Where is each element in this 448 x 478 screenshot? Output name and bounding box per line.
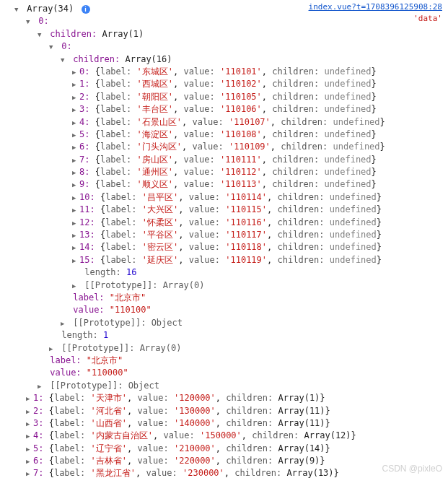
label-key: label: [50,355,81,365]
label-key: label: [105,255,136,265]
children-outer[interactable]: children: Array(1) [6,28,442,40]
chevron-right-icon[interactable] [72,156,79,165]
value-key: value: [146,468,177,478]
chevron-right-icon[interactable] [26,457,33,466]
district-row[interactable]: 8: {label: '通州区', value: '110112', child… [6,166,442,178]
chevron-right-icon[interactable] [72,231,79,240]
label-val: '内蒙古自治区' [91,430,153,440]
value-val: '110114' [225,192,267,202]
label-val: '延庆区' [142,255,178,265]
chevron-right-icon[interactable] [72,194,79,203]
province-row[interactable]: 3: {label: '山西省', value: '140000', child… [6,417,442,430]
children-key: children: [272,167,319,177]
label-key: label: [100,155,131,165]
label-val: '通州区' [137,167,173,177]
district-row[interactable]: 2: {label: '朝阳区', value: '110105', child… [6,91,442,103]
children-key: children: [278,192,325,202]
province-row[interactable]: 7: {label: '黑龙江省', value: '230000', chil… [6,467,442,478]
value-val: '230000' [183,468,224,478]
value-key: value: [189,204,220,214]
children-val: Array(14) [278,443,325,453]
index-label: 4: [79,117,89,127]
chevron-right-icon[interactable] [26,394,33,404]
chevron-right-icon[interactable] [72,131,79,140]
chevron-right-icon[interactable] [72,206,79,215]
chevron-down-icon[interactable] [38,30,45,40]
district-row[interactable]: 14: {label: '密云区', value: '110118', chil… [6,241,442,253]
district-row[interactable]: 3: {label: '丰台区', value: '110106', child… [6,103,442,116]
children-inner[interactable]: children: Array(16) [6,53,442,66]
value-key: value: [189,217,220,227]
chevron-right-icon[interactable] [49,344,56,354]
province-row[interactable]: 2: {label: '河北省', value: '130000', child… [6,405,442,417]
chevron-right-icon[interactable] [72,105,79,115]
chevron-right-icon[interactable] [26,432,33,441]
chevron-down-icon[interactable] [49,43,56,52]
children-0[interactable]: 0: [6,40,442,53]
children-key: children: [252,430,299,440]
chevron-right-icon[interactable] [61,319,68,329]
province-row[interactable]: 6: {label: '吉林省', value: '220000', child… [6,455,442,467]
chevron-right-icon[interactable] [72,181,79,190]
chevron-right-icon[interactable] [26,407,33,417]
prov-value: value: "110000" [6,367,442,379]
district-row[interactable]: 6: {label: '门头沟区', value: '110109', chil… [6,141,442,153]
value-val: '110112' [220,167,262,177]
children-val: undefined [333,142,380,152]
chevron-right-icon[interactable] [72,168,79,178]
prototype-prov[interactable]: [[Prototype]]: Object [6,380,442,392]
chevron-right-icon[interactable] [72,219,79,228]
district-row[interactable]: 12: {label: '怀柔区', value: '110116', chil… [6,217,442,229]
chevron-right-icon[interactable] [72,243,79,253]
chevron-right-icon[interactable] [26,445,33,454]
label-val: '丰台区' [137,104,173,114]
chevron-down-icon[interactable] [61,56,68,65]
children-val: Array(11) [278,406,325,416]
value-val: '110102' [220,79,262,89]
chevron-right-icon[interactable] [72,143,79,152]
province-row[interactable]: 1: {label: '天津市', value: '120000', child… [6,392,442,404]
province-row[interactable]: 4: {label: '内蒙古自治区', value: '150000', ch… [6,430,442,442]
district-row[interactable]: 13: {label: '平谷区', value: '110117', chil… [6,229,442,241]
index-label: 2: [79,92,89,102]
district-row[interactable]: 5: {label: '海淀区', value: '110108', child… [6,129,442,141]
chevron-right-icon[interactable] [38,382,45,391]
children-key: children: [272,179,319,189]
chevron-right-icon[interactable] [72,282,79,291]
district-row[interactable]: 11: {label: '大兴区', value: '110115', chil… [6,204,442,216]
chevron-right-icon[interactable] [72,93,79,103]
label-key: label: [54,443,85,453]
value-key: value: [192,117,223,127]
source-link[interactable]: index.vue?t=1708396125908:28 [309,2,442,12]
length-inner: length: 16 [6,266,442,279]
prototype-outer-arr[interactable]: [[Prototype]]: Array(0) [6,342,442,355]
district-row[interactable]: 0: {label: '东城区', value: '110101', child… [6,66,442,78]
value-key: value: [183,66,214,77]
province-row[interactable]: 5: {label: '辽宁省', value: '210000', child… [6,443,442,455]
chevron-right-icon[interactable] [26,420,33,429]
chevron-right-icon[interactable] [72,80,79,90]
value-val: "110000" [87,368,128,378]
district-row[interactable]: 15: {label: '延庆区', value: '110119', chil… [6,254,442,266]
chevron-right-icon[interactable] [26,469,33,478]
children-val: undefined [325,66,372,77]
district-row[interactable]: 4: {label: '石景山区', value: '110107', chil… [6,116,442,129]
chevron-right-icon[interactable] [72,68,79,77]
district-row[interactable]: 1: {label: '西城区', value: '110102', child… [6,78,442,90]
chevron-down-icon[interactable] [26,17,33,27]
label-key: label: [54,418,85,428]
chevron-right-icon[interactable] [72,118,79,128]
proto-val: Array(0) [163,280,205,290]
chevron-right-icon[interactable] [72,256,79,266]
children-key: children: [226,406,273,416]
children-val: undefined [325,104,372,114]
district-row[interactable]: 7: {label: '房山区', value: '110111', child… [6,154,442,166]
chevron-down-icon[interactable] [14,5,22,14]
district-row[interactable]: 10: {label: '昌平区', value: '110114', chil… [6,191,442,204]
prototype-city[interactable]: [[Prototype]]: Object [6,317,442,329]
value-val: '110115' [225,204,267,214]
district-row[interactable]: 9: {label: '顺义区', value: '110113', child… [6,178,442,191]
prototype-inner[interactable]: [[Prototype]]: Array(0) [6,279,442,292]
value-val: '110116' [225,217,267,227]
info-icon[interactable]: i [82,5,90,14]
